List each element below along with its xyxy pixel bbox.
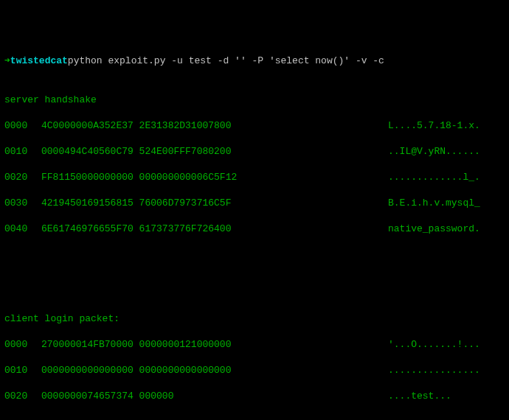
command-text: python exploit.py -u test -d '' -P 'sele… — [68, 55, 384, 68]
hex-row: 00304219450169156815 76006D7973716C5FB.E… — [4, 197, 505, 210]
hex-row: 0020FF81150000000000 000000000006C5F12..… — [4, 171, 505, 184]
prompt-directory: twistedcat — [10, 55, 68, 68]
hex-ascii: ....test... — [263, 390, 505, 403]
hex-row: 00406E61746976655F70 617373776F726400nat… — [4, 223, 505, 236]
hex-ascii: ..IL@V.yRN...... — [263, 145, 505, 158]
hex-ascii: '...O.......!... — [263, 338, 505, 351]
hex-ascii: B.E.i.h.v.mysql_ — [263, 197, 505, 210]
hex-bytes: 6E61746976655F70 617373776F726400 — [41, 223, 263, 236]
hex-offset: 0000 — [4, 338, 41, 351]
hex-offset: 0040 — [4, 223, 41, 236]
section-heading-client-login: client login packet: — [4, 312, 505, 326]
hex-ascii: native_password. — [263, 223, 505, 236]
hex-ascii: L....5.7.18-1.x. — [263, 119, 505, 133]
hex-row: 00100000000000000000 0000000000000000...… — [4, 364, 505, 377]
command-line[interactable]: ➜ twistedcat python exploit.py -u test -… — [4, 55, 505, 68]
section-heading-server-handshake: server handshake — [4, 94, 505, 107]
hex-offset: 0010 — [4, 364, 41, 377]
hex-offset: 0030 — [4, 197, 41, 210]
hex-row: 00200000000074657374 000000....test... — [4, 390, 505, 403]
hex-offset: 0010 — [4, 145, 41, 158]
hex-row: 00004C0000000A352E37 2E31382D31007800L..… — [4, 119, 505, 133]
hex-bytes: 270000014FB70000 0000000121000000 — [41, 338, 263, 351]
hex-bytes: 4219450169156815 76006D7973716C5F — [41, 197, 263, 210]
hex-offset: 0020 — [4, 390, 41, 403]
hex-row: 0000270000014FB70000 0000000121000000'..… — [4, 338, 505, 351]
hex-offset: 0020 — [4, 171, 41, 184]
hex-bytes: FF81150000000000 000000000006C5F12 — [41, 171, 263, 184]
hex-row: 00100000494C40560C79 524E00FFF7080200..I… — [4, 145, 505, 158]
prompt-arrow: ➜ — [4, 55, 10, 68]
hex-bytes: 0000000074657374 000000 — [41, 390, 263, 403]
hex-offset: 0000 — [4, 119, 41, 133]
hex-bytes: 0000494C40560C79 524E00FFF7080200 — [41, 145, 263, 158]
hex-ascii: .............l_. — [263, 171, 505, 184]
hex-bytes: 4C0000000A352E37 2E31382D31007800 — [41, 119, 263, 133]
hex-ascii: ................ — [263, 364, 505, 377]
hex-bytes: 0000000000000000 0000000000000000 — [41, 364, 263, 377]
